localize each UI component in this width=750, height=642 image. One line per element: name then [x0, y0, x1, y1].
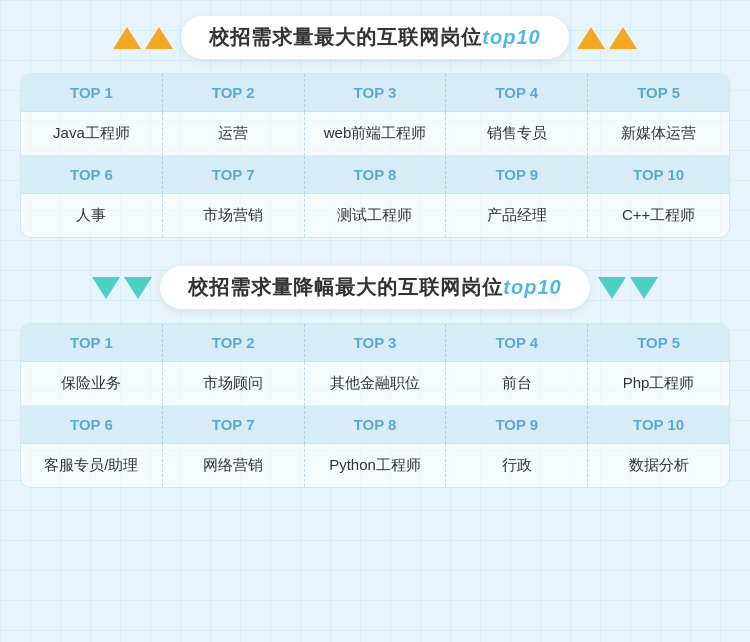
- title-banner-2: 校招需求量降幅最大的互联网岗位top10: [20, 266, 730, 309]
- arrow-down-icon-3: [598, 277, 626, 299]
- table-decrease-value-row1: 保险业务 市场顾问 其他金融职位 前台 Php工程师: [21, 362, 729, 406]
- d-top-5-header: TOP 5: [588, 324, 729, 362]
- top-4-value: 销售专员: [446, 112, 588, 156]
- table-decrease: TOP 1 TOP 2 TOP 3 TOP 4 TOP 5 保险业务 市场顾问 …: [20, 323, 730, 488]
- table-increase-value-row1: Java工程师 运营 web前端工程师 销售专员 新媒体运营: [21, 112, 729, 156]
- d-top-10-value: 数据分析: [588, 444, 729, 487]
- section-decrease: 校招需求量降幅最大的互联网岗位top10 TOP 1 TOP 2 TOP 3 T…: [0, 248, 750, 498]
- top-10-value: C++工程师: [588, 194, 729, 237]
- section1-title: 校招需求量最大的互联网岗位top10: [181, 16, 568, 59]
- d-top-4-value: 前台: [446, 362, 588, 406]
- arrow-down-icon-4: [630, 277, 658, 299]
- table-increase: TOP 1 TOP 2 TOP 3 TOP 4 TOP 5 Java工程师 运营…: [20, 73, 730, 238]
- arrows-right-down: [598, 277, 658, 299]
- arrow-down-icon-2: [124, 277, 152, 299]
- d-top-4-header: TOP 4: [446, 324, 588, 362]
- arrow-up-icon-3: [577, 27, 605, 49]
- table-decrease-header-row2: TOP 6 TOP 7 TOP 8 TOP 9 TOP 10: [21, 406, 729, 444]
- top-4-header: TOP 4: [446, 74, 588, 112]
- top-9-value: 产品经理: [446, 194, 588, 237]
- d-top-10-header: TOP 10: [588, 406, 729, 444]
- title-banner-1: 校招需求量最大的互联网岗位top10: [20, 16, 730, 59]
- section2-title-suffix: top10: [503, 276, 561, 298]
- d-top-9-header: TOP 9: [446, 406, 588, 444]
- d-top-9-value: 行政: [446, 444, 588, 487]
- d-top-6-header: TOP 6: [21, 406, 163, 444]
- arrow-up-icon-4: [609, 27, 637, 49]
- top-6-value: 人事: [21, 194, 163, 237]
- section1-title-prefix: 校招需求量最大的互联网岗位: [209, 26, 482, 48]
- d-top-8-value: Python工程师: [305, 444, 447, 487]
- d-top-7-header: TOP 7: [163, 406, 305, 444]
- table-increase-value-row2: 人事 市场营销 测试工程师 产品经理 C++工程师: [21, 194, 729, 237]
- arrows-right-up: [577, 27, 637, 49]
- top-5-value: 新媒体运营: [588, 112, 729, 156]
- top-10-header: TOP 10: [588, 156, 729, 194]
- d-top-1-value: 保险业务: [21, 362, 163, 406]
- top-3-header: TOP 3: [305, 74, 447, 112]
- d-top-2-header: TOP 2: [163, 324, 305, 362]
- arrows-left-down: [92, 277, 152, 299]
- d-top-5-value: Php工程师: [588, 362, 729, 406]
- d-top-3-value: 其他金融职位: [305, 362, 447, 406]
- top-3-value: web前端工程师: [305, 112, 447, 156]
- top-8-header: TOP 8: [305, 156, 447, 194]
- arrow-up-icon-2: [145, 27, 173, 49]
- top-1-value: Java工程师: [21, 112, 163, 156]
- section2-title-prefix: 校招需求量降幅最大的互联网岗位: [188, 276, 503, 298]
- table-increase-header-row2: TOP 6 TOP 7 TOP 8 TOP 9 TOP 10: [21, 156, 729, 194]
- arrow-down-icon-1: [92, 277, 120, 299]
- top-9-header: TOP 9: [446, 156, 588, 194]
- top-7-value: 市场营销: [163, 194, 305, 237]
- table-decrease-value-row2: 客服专员/助理 网络营销 Python工程师 行政 数据分析: [21, 444, 729, 487]
- arrows-left-up: [113, 27, 173, 49]
- d-top-1-header: TOP 1: [21, 324, 163, 362]
- section2-title: 校招需求量降幅最大的互联网岗位top10: [160, 266, 589, 309]
- top-5-header: TOP 5: [588, 74, 729, 112]
- top-2-header: TOP 2: [163, 74, 305, 112]
- d-top-2-value: 市场顾问: [163, 362, 305, 406]
- arrow-up-icon-1: [113, 27, 141, 49]
- d-top-3-header: TOP 3: [305, 324, 447, 362]
- top-6-header: TOP 6: [21, 156, 163, 194]
- top-2-value: 运营: [163, 112, 305, 156]
- table-increase-header-row1: TOP 1 TOP 2 TOP 3 TOP 4 TOP 5: [21, 74, 729, 112]
- section1-title-suffix: top10: [482, 26, 540, 48]
- top-8-value: 测试工程师: [305, 194, 447, 237]
- d-top-6-value: 客服专员/助理: [21, 444, 163, 487]
- d-top-8-header: TOP 8: [305, 406, 447, 444]
- section-increase: 校招需求量最大的互联网岗位top10 TOP 1 TOP 2 TOP 3 TOP…: [0, 0, 750, 248]
- table-decrease-header-row1: TOP 1 TOP 2 TOP 3 TOP 4 TOP 5: [21, 324, 729, 362]
- top-7-header: TOP 7: [163, 156, 305, 194]
- d-top-7-value: 网络营销: [163, 444, 305, 487]
- top-1-header: TOP 1: [21, 74, 163, 112]
